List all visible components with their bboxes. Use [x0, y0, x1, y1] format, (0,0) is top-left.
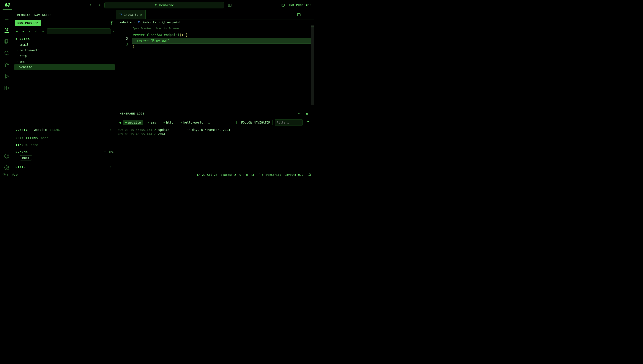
titlebar: M Membrane FIND PROGRAMS [0, 0, 314, 10]
edit-icon[interactable]: ✎ [113, 30, 114, 33]
follow-label: FOLLOW NAVIGATOR [241, 121, 270, 124]
bell-icon[interactable] [308, 173, 311, 176]
panel-tab-logs[interactable]: MEMBRANE LOGS [120, 110, 145, 117]
chevron-right-icon: › [17, 49, 18, 52]
new-program-button[interactable]: NEW PROGRAM [15, 20, 41, 26]
layout-icon[interactable] [227, 2, 233, 8]
activity-explorer[interactable] [3, 38, 11, 45]
chevron-up-icon[interactable]: ⌃ [296, 111, 302, 117]
codelens[interactable]: Open Preview | Open in Browser ↗ [133, 26, 314, 31]
program-item-website[interactable]: ›website [14, 64, 115, 70]
trash-icon[interactable] [305, 120, 311, 126]
home-icon[interactable]: ⌂ [34, 30, 39, 33]
program-item-email[interactable]: ›email [14, 42, 115, 48]
find-programs-button[interactable]: FIND PROGRAMS [281, 4, 311, 7]
activity-bar: M [0, 10, 13, 172]
follow-navigator-toggle[interactable]: ✓ FOLLOW NAVIGATOR [234, 120, 273, 125]
logs-toolbar: ◀ website sms http hello-world … ✓ FOLLO… [116, 117, 314, 128]
status-layout[interactable]: Layout: U.S. [285, 173, 305, 176]
breadcrumb-segment[interactable]: index.ts [143, 21, 156, 24]
program-item-http[interactable]: ›http [14, 53, 115, 59]
log-timestamp: NOV 08 15:46:55.414 [118, 132, 152, 136]
breadcrumb-segment[interactable]: website [120, 21, 132, 24]
status-warnings[interactable]: 0 [12, 173, 18, 176]
check-icon: ✓ [154, 132, 156, 136]
nav-up-icon[interactable]: ▲ [28, 30, 32, 33]
tree-item-label: hello-world [20, 48, 40, 52]
status-ln-col[interactable]: Ln 2, Col 20 [197, 173, 217, 176]
tree-item-label: http [20, 54, 27, 58]
activity-search[interactable] [3, 49, 11, 57]
tree-item-label: email [20, 43, 29, 46]
svg-rect-2 [230, 4, 231, 6]
timers-label: TIMERS [16, 143, 28, 147]
activity-source-control[interactable] [3, 61, 11, 68]
editor-tabs: TS index.ts ✕ ⋯ [116, 10, 314, 20]
svg-point-16 [111, 22, 112, 23]
line-number: 3 [116, 42, 128, 47]
refresh-icon[interactable]: ↻ [41, 30, 45, 33]
warning-icon [12, 173, 15, 176]
svg-point-0 [155, 4, 157, 6]
nav-back-icon[interactable]: ◀ [119, 121, 121, 124]
add-type-button[interactable]: + TYPE [104, 150, 114, 153]
activity-account[interactable] [3, 152, 11, 160]
svg-point-8 [7, 64, 9, 65]
status-encoding[interactable]: UTF-8 [240, 173, 248, 176]
status-errors[interactable]: 0 [3, 173, 9, 176]
activity-settings[interactable] [3, 164, 11, 172]
activity-membrane[interactable]: M [3, 26, 11, 34]
back-icon[interactable] [88, 2, 94, 8]
chevron-right-icon: › [17, 55, 18, 57]
config-id: 143287 [50, 128, 61, 132]
svg-rect-11 [5, 88, 7, 90]
log-chip-website[interactable]: website [123, 120, 143, 125]
schema-root-chip[interactable]: Root [20, 155, 32, 160]
box-icon [281, 4, 285, 7]
code-content[interactable]: Open Preview | Open in Browser ↗ export … [133, 25, 314, 109]
refresh-icon[interactable]: ↻ [108, 127, 114, 133]
log-entry: NOV 08 15:46:55.414 ✓ eval [118, 132, 312, 136]
command-center[interactable]: Membrane [105, 2, 224, 8]
config-name: website [34, 128, 47, 132]
breadcrumb[interactable]: website › TS index.ts › endpoint [116, 20, 314, 25]
program-item-hello-world[interactable]: ›hello-world [14, 48, 115, 53]
close-icon[interactable]: ✕ [304, 111, 310, 117]
navigator-path-input[interactable] [47, 28, 111, 34]
log-chip-sms[interactable]: sms [145, 120, 159, 125]
breadcrumb-segment[interactable]: endpoint [167, 21, 181, 24]
connections-label: CONNECTIONS [16, 136, 38, 140]
chip-label: website [128, 121, 141, 124]
nav-back-icon[interactable]: ◀ [15, 30, 19, 33]
status-eol[interactable]: LF [251, 173, 255, 176]
forward-icon[interactable] [96, 2, 102, 8]
status-language[interactable]: { } TypeScript [258, 173, 281, 176]
svg-point-14 [6, 155, 7, 156]
chevron-right-icon: › [17, 44, 18, 46]
svg-point-7 [5, 66, 6, 67]
more-chips[interactable]: … [208, 121, 210, 124]
activity-extensions[interactable] [3, 84, 11, 92]
program-item-sms[interactable]: ›sms [14, 59, 115, 64]
code-editor[interactable]: 1 2 3 Open Preview | Open in Browser ↗ e… [116, 25, 314, 109]
config-label: CONFIG [16, 128, 28, 132]
refresh-icon[interactable]: ↻ [108, 164, 114, 170]
more-icon[interactable]: ⋯ [305, 12, 311, 18]
line-number: 2 [116, 36, 128, 42]
svg-point-5 [5, 51, 8, 54]
log-chip-hello-world[interactable]: hello-world [178, 120, 206, 125]
log-chip-http[interactable]: http [161, 120, 176, 125]
gear-icon[interactable] [108, 20, 114, 26]
activity-debug[interactable] [3, 72, 11, 80]
chevron-right-icon: › [158, 21, 160, 24]
menu-icon[interactable] [3, 14, 11, 22]
typescript-icon: TS [119, 13, 122, 16]
split-editor-icon[interactable] [296, 12, 302, 18]
log-list: NOV 08 15:46:55.154 ✓ update Friday, 8 N… [116, 128, 314, 136]
log-filter-input[interactable] [275, 120, 303, 126]
minimap-scrollbar[interactable] [311, 25, 314, 105]
close-icon[interactable]: ✕ [140, 13, 142, 16]
nav-forward-icon[interactable]: ▶ [21, 30, 26, 33]
status-spaces[interactable]: Spaces: 2 [221, 173, 236, 176]
tab-index-ts[interactable]: TS index.ts ✕ [116, 10, 146, 19]
